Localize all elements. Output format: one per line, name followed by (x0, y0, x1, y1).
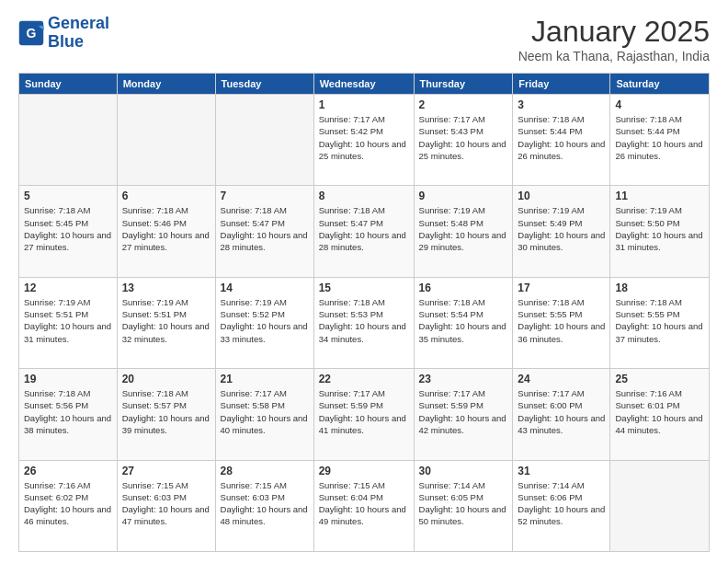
sunrise-label: Sunrise: 7:19 AM (221, 297, 287, 307)
sunset-label: Sunset: 5:56 PM (24, 400, 88, 410)
calendar-day-cell: 27 Sunrise: 7:15 AM Sunset: 6:03 PM Dayl… (117, 460, 215, 551)
day-number: 23 (419, 373, 508, 385)
day-number: 16 (419, 282, 508, 294)
calendar-day-cell (610, 460, 710, 551)
sunrise-label: Sunrise: 7:18 AM (518, 114, 584, 124)
calendar-day-cell: 9 Sunrise: 7:19 AM Sunset: 5:48 PM Dayli… (414, 186, 513, 277)
sunset-label: Sunset: 5:55 PM (518, 309, 582, 319)
sunrise-label: Sunrise: 7:17 AM (319, 114, 385, 124)
weekday-header-cell: Thursday (414, 74, 513, 95)
day-number: 3 (518, 98, 605, 111)
day-number: 21 (221, 373, 309, 385)
calendar-day-cell: 19 Sunrise: 7:18 AM Sunset: 5:56 PM Dayl… (19, 369, 118, 460)
calendar-day-cell: 11 Sunrise: 7:19 AM Sunset: 5:50 PM Dayl… (610, 186, 710, 277)
day-number: 19 (24, 373, 112, 385)
day-number: 12 (24, 282, 112, 294)
day-number: 4 (615, 98, 704, 111)
sunrise-label: Sunrise: 7:17 AM (419, 114, 485, 124)
daylight-label: Daylight: 10 hours and 48 minutes. (221, 504, 308, 526)
sunrise-label: Sunrise: 7:18 AM (122, 205, 188, 215)
sunrise-label: Sunrise: 7:18 AM (24, 205, 90, 215)
calendar-body: 1 Sunrise: 7:17 AM Sunset: 5:42 PM Dayli… (19, 95, 710, 552)
sunset-label: Sunset: 5:49 PM (518, 218, 582, 228)
svg-text:G: G (27, 25, 37, 40)
calendar-page: G General Blue January 2025 Neem ka Than… (0, 0, 728, 563)
calendar-week-row: 12 Sunrise: 7:19 AM Sunset: 5:51 PM Dayl… (19, 277, 710, 368)
day-number: 9 (419, 190, 508, 202)
sunrise-label: Sunrise: 7:14 AM (518, 480, 584, 490)
sunrise-label: Sunrise: 7:18 AM (615, 297, 681, 307)
day-info: Sunrise: 7:18 AM Sunset: 5:56 PM Dayligh… (24, 387, 112, 436)
calendar-day-cell: 16 Sunrise: 7:18 AM Sunset: 5:54 PM Dayl… (414, 277, 513, 368)
daylight-label: Daylight: 10 hours and 41 minutes. (319, 413, 406, 435)
calendar-day-cell: 14 Sunrise: 7:19 AM Sunset: 5:52 PM Dayl… (215, 277, 313, 368)
sunrise-label: Sunrise: 7:19 AM (122, 297, 188, 307)
day-number: 13 (122, 282, 210, 294)
calendar-day-cell: 12 Sunrise: 7:19 AM Sunset: 5:51 PM Dayl… (19, 277, 118, 368)
day-number: 2 (419, 98, 508, 111)
day-info: Sunrise: 7:18 AM Sunset: 5:46 PM Dayligh… (122, 204, 210, 253)
sunrise-label: Sunrise: 7:18 AM (24, 388, 90, 398)
day-info: Sunrise: 7:18 AM Sunset: 5:47 PM Dayligh… (221, 204, 309, 253)
day-number: 7 (221, 190, 309, 202)
calendar-day-cell (19, 95, 118, 186)
weekday-header-cell: Wednesday (313, 74, 414, 95)
weekday-header-cell: Saturday (610, 74, 710, 95)
month-title: January 2025 (518, 15, 710, 49)
calendar-week-row: 19 Sunrise: 7:18 AM Sunset: 5:56 PM Dayl… (19, 369, 710, 460)
daylight-label: Daylight: 10 hours and 28 minutes. (221, 230, 308, 252)
daylight-label: Daylight: 10 hours and 34 minutes. (319, 321, 406, 343)
daylight-label: Daylight: 10 hours and 36 minutes. (518, 321, 605, 343)
sunset-label: Sunset: 5:54 PM (419, 309, 483, 319)
sunset-label: Sunset: 6:03 PM (221, 492, 285, 502)
daylight-label: Daylight: 10 hours and 46 minutes. (24, 504, 111, 526)
sunset-label: Sunset: 5:50 PM (615, 218, 679, 228)
logo-line2: Blue (48, 33, 109, 52)
sunset-label: Sunset: 5:57 PM (122, 400, 187, 410)
location-subtitle: Neem ka Thana, Rajasthan, India (518, 49, 710, 63)
sunset-label: Sunset: 5:45 PM (24, 218, 88, 228)
daylight-label: Daylight: 10 hours and 49 minutes. (319, 504, 406, 526)
sunrise-label: Sunrise: 7:19 AM (615, 205, 681, 215)
calendar-day-cell: 4 Sunrise: 7:18 AM Sunset: 5:44 PM Dayli… (610, 95, 710, 186)
sunset-label: Sunset: 5:46 PM (122, 218, 187, 228)
calendar-week-row: 5 Sunrise: 7:18 AM Sunset: 5:45 PM Dayli… (19, 186, 710, 277)
daylight-label: Daylight: 10 hours and 42 minutes. (419, 413, 506, 435)
calendar-day-cell: 23 Sunrise: 7:17 AM Sunset: 5:59 PM Dayl… (414, 369, 513, 460)
title-block: January 2025 Neem ka Thana, Rajasthan, I… (518, 15, 710, 63)
sunset-label: Sunset: 6:05 PM (419, 492, 483, 502)
calendar-day-cell: 31 Sunrise: 7:14 AM Sunset: 6:06 PM Dayl… (513, 460, 610, 551)
daylight-label: Daylight: 10 hours and 43 minutes. (518, 413, 605, 435)
weekday-header-cell: Sunday (19, 74, 118, 95)
day-info: Sunrise: 7:19 AM Sunset: 5:50 PM Dayligh… (615, 204, 704, 253)
sunrise-label: Sunrise: 7:18 AM (518, 297, 584, 307)
calendar-day-cell: 17 Sunrise: 7:18 AM Sunset: 5:55 PM Dayl… (513, 277, 610, 368)
sunset-label: Sunset: 5:47 PM (221, 218, 285, 228)
calendar-week-row: 1 Sunrise: 7:17 AM Sunset: 5:42 PM Dayli… (19, 95, 710, 186)
sunset-label: Sunset: 5:55 PM (615, 309, 679, 319)
day-info: Sunrise: 7:17 AM Sunset: 5:59 PM Dayligh… (319, 387, 409, 436)
sunrise-label: Sunrise: 7:15 AM (319, 480, 385, 490)
daylight-label: Daylight: 10 hours and 27 minutes. (122, 230, 210, 252)
day-info: Sunrise: 7:19 AM Sunset: 5:48 PM Dayligh… (419, 204, 508, 253)
logo-line1: General (48, 14, 109, 32)
sunrise-label: Sunrise: 7:15 AM (221, 480, 287, 490)
sunset-label: Sunset: 6:00 PM (518, 400, 582, 410)
day-number: 6 (122, 190, 210, 202)
daylight-label: Daylight: 10 hours and 40 minutes. (221, 413, 308, 435)
sunrise-label: Sunrise: 7:17 AM (419, 388, 485, 398)
daylight-label: Daylight: 10 hours and 44 minutes. (615, 413, 702, 435)
sunset-label: Sunset: 5:44 PM (518, 126, 582, 136)
logo-icon: G (18, 20, 44, 46)
day-number: 10 (518, 190, 605, 202)
day-number: 26 (24, 465, 112, 477)
daylight-label: Daylight: 10 hours and 37 minutes. (615, 321, 702, 343)
sunrise-label: Sunrise: 7:19 AM (419, 205, 485, 215)
day-number: 11 (615, 190, 704, 202)
day-number: 1 (319, 98, 409, 111)
calendar-day-cell: 6 Sunrise: 7:18 AM Sunset: 5:46 PM Dayli… (117, 186, 215, 277)
calendar-day-cell: 28 Sunrise: 7:15 AM Sunset: 6:03 PM Dayl… (215, 460, 313, 551)
sunrise-label: Sunrise: 7:15 AM (122, 480, 188, 490)
daylight-label: Daylight: 10 hours and 26 minutes. (518, 139, 605, 161)
daylight-label: Daylight: 10 hours and 32 minutes. (122, 321, 210, 343)
